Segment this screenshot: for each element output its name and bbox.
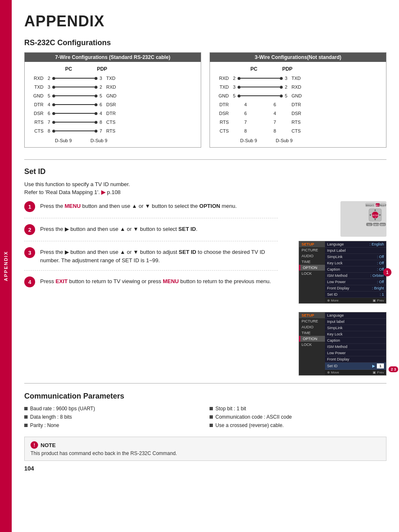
wire3-rows: RXD 2 3 TXD: [216, 74, 380, 135]
wire7-row-7: CTS 8 7 RTS: [31, 127, 194, 135]
step-4: 4 Press EXIT button to return to TV view…: [24, 276, 278, 293]
step-1-text: Press the MENU button and then use ▲ or …: [40, 201, 237, 210]
step-3: 3 Press the ▶ button and then use ▲ or ▼…: [24, 247, 278, 271]
wire7-row-1: RXD 2 3 TXD: [31, 74, 194, 82]
svg-text:▲: ▲: [374, 208, 377, 211]
wire7-box: 7-Wire Configurations (Standard RS-232C …: [24, 52, 201, 148]
setid-section: Set ID Use this function to specify a TV…: [24, 167, 386, 376]
step-3-text: Press the ▶ button and then use ▲ or ▼ b…: [40, 247, 278, 264]
bullet-1: [24, 407, 28, 410]
svg-text:►: ►: [379, 213, 382, 216]
step-2-text: Press the ▶ button and then use ▲ or ▼ b…: [40, 224, 197, 233]
comm-params-section: Communication Parameters Baud rate : 960…: [24, 392, 386, 429]
setid-heading: Set ID: [24, 167, 386, 176]
badge-23: 2 3: [389, 366, 398, 372]
wire7-header: 7-Wire Configurations (Standard RS-232C …: [25, 53, 201, 62]
step-3-circle: 3: [24, 247, 35, 258]
note-text: This product has command echo back in th…: [31, 450, 380, 456]
page-container: APPENDIX APPENDIX RS-232C Configurations…: [0, 0, 399, 532]
step-1-circle: 1: [24, 201, 35, 212]
wire3-box: 3-Wire Configurations(Not standard) PC P…: [210, 52, 386, 148]
wire7-pdp-label: PDP: [85, 66, 119, 72]
main-content: APPENDIX RS-232C Configurations 7-Wire C…: [12, 0, 399, 532]
svg-text:Exit: Exit: [368, 224, 371, 226]
wire7-rows: RXD 2 3 TXD: [31, 74, 194, 135]
svg-text:BRIGHT+: BRIGHT+: [379, 204, 386, 207]
setid-steps: 1 Press the MENU button and then use ▲ o…: [24, 201, 278, 376]
comm-params-heading: Communication Parameters: [24, 392, 386, 401]
bullet-6: [210, 424, 213, 427]
wire7-pc-label: PC: [52, 66, 85, 72]
comm-param-1: Baud rate : 9600 bps (UART): [24, 405, 201, 412]
menu-screenshot-2: SETUP PICTURE AUDIO TIME OPTION LOCK Lan…: [299, 312, 386, 376]
bullet-5: [210, 415, 213, 419]
wire3-row-1: RXD 2 3 TXD: [216, 74, 380, 82]
wire7-row-2: TXD 3 2 RXD: [31, 83, 194, 91]
wire3-row-4: DTR 4 6 DTR: [216, 101, 380, 108]
wire3-row-2: TXD 3 2 RXD: [216, 83, 380, 91]
note-header: ! NOTE: [31, 441, 380, 449]
svg-text:STATUS: STATUS: [373, 224, 379, 226]
wire3-pc-label: PC: [237, 66, 271, 72]
svg-text:RATIO: RATIO: [380, 224, 385, 226]
wire3-footer: D-Sub 9 D-Sub 9: [216, 138, 380, 143]
wire3-row-5: DSR 6 4 DSR: [216, 110, 380, 117]
wire7-footer: D-Sub 9 D-Sub 9: [31, 138, 194, 143]
wire7-col-headers: PC PDP: [31, 66, 194, 72]
bullet-4: [210, 407, 213, 410]
setid-intro: Use this function to specify a TV ID num…: [24, 181, 386, 187]
wire3-row-7: CTS 8 8 CTS: [216, 127, 380, 135]
setid-right: BRIGHT- MENU BRIGHT+ ENTER ⊙: [286, 201, 386, 376]
svg-text:▼: ▼: [374, 218, 377, 221]
svg-text:BRIGHT-: BRIGHT-: [366, 204, 375, 207]
wire3-col-headers: PC PDP: [216, 66, 380, 72]
note-icon: !: [31, 441, 38, 449]
wire-configs-container: 7-Wire Configurations (Standard RS-232C …: [24, 52, 386, 148]
comm-param-5: Communication code : ASCII code: [210, 413, 386, 421]
note-label: NOTE: [41, 442, 56, 448]
comm-param-3: Parity : None: [24, 422, 201, 429]
wire3-body: PC PDP RXD 2: [210, 62, 386, 147]
comm-params-grid: Baud rate : 9600 bps (UART) Stop bit : 1…: [24, 405, 386, 429]
wire7-body: PC PDP RXD 2: [25, 62, 201, 147]
step-2: 2 Press the ▶ button and then use ▲ or ▼…: [24, 224, 278, 241]
step-2-circle: 2: [24, 224, 35, 235]
step-4-text: Press EXIT button to return to TV viewin…: [40, 276, 271, 286]
wire3-row-3: GND 5 5 GND: [216, 92, 380, 100]
wire3-row-6: RTS 7 7 RTS: [216, 118, 380, 126]
remote-control-image: BRIGHT- MENU BRIGHT+ ENTER ⊙: [340, 201, 386, 237]
wire7-row-3: GND 5 5 GND: [31, 92, 194, 100]
comm-param-6: Use a crossed (reverse) cable.: [210, 422, 386, 429]
page-title: APPENDIX: [24, 13, 386, 30]
wire7-row-5: DSR 6 4 DTR: [31, 110, 194, 117]
step-4-circle: 4: [24, 276, 35, 287]
badge-1: 1: [383, 268, 391, 276]
wire3-header: 3-Wire Configurations(Not standard): [210, 53, 386, 62]
setid-body: 1 Press the MENU button and then use ▲ o…: [24, 201, 386, 376]
comm-param-2: Data length : 8 bits: [24, 413, 201, 421]
comm-param-4: Stop bit : 1 bit: [210, 405, 386, 412]
bullet-3: [24, 424, 28, 427]
setid-refer-arrow: ▶: [101, 189, 107, 195]
svg-text:◄: ◄: [369, 213, 372, 216]
wire7-row-4: DTR 4 6 DSR: [31, 101, 194, 108]
bullet-2: [24, 415, 28, 419]
rs232c-section: RS-232C Configurations 7-Wire Configurat…: [24, 38, 386, 148]
page-number: 104: [24, 465, 386, 472]
side-tab: APPENDIX: [0, 0, 12, 532]
section-divider-1: [24, 159, 386, 160]
side-tab-label: APPENDIX: [3, 251, 8, 281]
rs232c-heading: RS-232C Configurations: [24, 38, 386, 47]
wire3-pdp-label: PDP: [271, 66, 304, 72]
section-divider-2: [24, 383, 386, 384]
menu-screenshot-1: SETUP PICTURE AUDIO TIME OPTION LOCK Lan: [299, 241, 386, 304]
note-box: ! NOTE This product has command echo bac…: [24, 437, 386, 461]
setid-refer: Refer to 'Real Data Mapping 1'. ▶ p.108: [24, 189, 386, 195]
step-1: 1 Press the MENU button and then use ▲ o…: [24, 201, 278, 218]
wire7-row-6: RTS 7 8 CTS: [31, 118, 194, 126]
